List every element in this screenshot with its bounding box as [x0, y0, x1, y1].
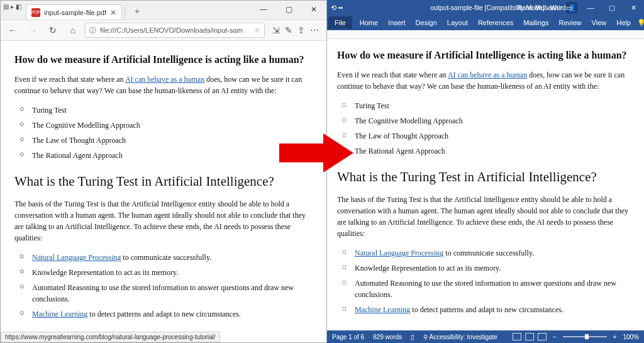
status-page[interactable]: Page 1 of 6: [332, 334, 364, 340]
doc-paragraph-2: The basis of the Turing Test is that the…: [337, 194, 634, 239]
more-icon[interactable]: ⋯: [310, 25, 319, 35]
list-item: The Rational Agent Approach: [355, 143, 634, 159]
ribbon-tab-design[interactable]: Design: [411, 16, 442, 29]
window-close-button[interactable]: ✕: [623, 0, 644, 15]
nav-back-button[interactable]: ←: [4, 22, 21, 38]
word-status-bar: Page 1 of 6 829 words ▯ ⚲ Accessibility:…: [327, 330, 644, 343]
favorite-star-icon[interactable]: ☆: [254, 26, 260, 35]
new-tab-button[interactable]: ＋: [128, 3, 147, 20]
ai-behave-link[interactable]: AI can behave as a human: [125, 75, 204, 84]
word-ribbon: File Home Insert Design Layout Reference…: [327, 15, 644, 30]
ribbon-tab-file[interactable]: File: [328, 16, 352, 29]
word-document[interactable]: How do we measure if Artificial Intellig…: [327, 39, 644, 343]
url-text: file:///C:/Users/LENOVO/Downloads/input-…: [100, 26, 243, 34]
quick-access-toolbar[interactable]: ⟲ ••: [331, 4, 343, 11]
reading-list-icon[interactable]: ⇲: [272, 25, 280, 35]
window-maximize-button[interactable]: ▢: [276, 1, 301, 18]
list-item: Natural Language Processing to communica…: [355, 245, 634, 261]
taskbar-icons: ▤ ▸ ◧: [3, 3, 21, 10]
zoom-in-button[interactable]: +: [613, 334, 617, 340]
ribbon-display-options-button[interactable]: ▭: [558, 0, 580, 15]
tell-me-search[interactable]: 💡 Tell me: [637, 15, 644, 30]
ribbon-tab-insert[interactable]: Insert: [383, 16, 411, 29]
list-item: Knowledge Representation to act as its m…: [32, 265, 313, 280]
list-item: Turing Test: [32, 103, 313, 118]
list-item: The Cognitive Modelling Approach: [355, 113, 634, 128]
lightbulb-icon: 💡: [637, 19, 644, 27]
nlp-link[interactable]: Natural Language Processing: [355, 249, 443, 257]
window-maximize-button[interactable]: ▢: [601, 0, 623, 15]
zoom-slider[interactable]: [563, 336, 607, 337]
window-minimize-button[interactable]: —: [251, 1, 276, 18]
window-close-button[interactable]: ✕: [301, 1, 326, 18]
word-viewport[interactable]: How do we measure if Artificial Intellig…: [327, 39, 644, 343]
list-item: The Law of Thought Approach: [32, 133, 313, 148]
url-bar[interactable]: ⓘ file:///C:/Users/LENOVO/Downloads/inpu…: [85, 23, 265, 38]
notes-icon[interactable]: ✎: [285, 25, 292, 35]
site-info-icon[interactable]: ⓘ: [89, 26, 96, 35]
window-minimize-button[interactable]: —: [580, 0, 601, 15]
list-item: The Rational Agent Approach: [32, 148, 313, 163]
accessibility-icon: ⚲: [423, 334, 428, 340]
list-item: Automated Reasoning to use the stored in…: [32, 280, 313, 306]
pdf-icon: PDF: [31, 8, 40, 17]
word-window: ⟲ •• output-sample-file [Compatibility M…: [327, 0, 644, 343]
browser-tabstrip: ▤ ▸ ◧ PDF input-sample-file.pdf ✕ ＋ — ▢ …: [1, 1, 326, 20]
ribbon-tab-mailings[interactable]: Mailings: [518, 16, 553, 29]
ribbon-tab-home[interactable]: Home: [355, 16, 383, 29]
ribbon-tab-review[interactable]: Review: [554, 16, 587, 29]
browser-toolbar: ← → ↻ ⌂ ⓘ file:///C:/Users/LENOVO/Downlo…: [1, 20, 326, 41]
ml-link[interactable]: Machine Learning: [32, 310, 87, 318]
status-words[interactable]: 829 words: [373, 334, 402, 340]
doc-list-1: Turing Test The Cognitive Modelling Appr…: [14, 103, 313, 163]
list-item: The Law of Thought Approach: [355, 128, 634, 143]
ribbon-tab-view[interactable]: View: [587, 16, 612, 29]
list-item: Natural Language Processing to communica…: [32, 250, 313, 265]
list-item: Machine Learning to detect patterns and …: [32, 306, 313, 322]
browser-tab[interactable]: PDF input-sample-file.pdf ✕: [26, 4, 122, 20]
list-item: Machine Learning to detect patterns and …: [355, 302, 634, 317]
doc-heading-2: What is the Turing Test in Artificial In…: [337, 167, 634, 188]
list-item: Automated Reasoning to use the stored in…: [355, 276, 634, 302]
status-lang-icon[interactable]: ▯: [411, 334, 414, 340]
doc-paragraph-1: Even if we reach that state where an AI …: [14, 74, 313, 96]
list-item: Turing Test: [355, 98, 634, 113]
doc-heading-2: What is the Turing Test in Artificial In…: [14, 172, 313, 192]
nlp-link[interactable]: Natural Language Processing: [32, 253, 121, 262]
ribbon-tab-references[interactable]: References: [473, 16, 518, 29]
nav-forward-button[interactable]: →: [25, 22, 41, 38]
ribbon-tab-layout[interactable]: Layout: [442, 16, 473, 29]
list-item: Knowledge Representation to act as its m…: [355, 261, 634, 276]
doc-paragraph-2: The basis of the Turing Test is that the…: [14, 198, 313, 244]
word-ruler[interactable]: [327, 30, 644, 39]
view-mode-buttons[interactable]: [513, 333, 547, 340]
ai-behave-link[interactable]: AI can behave as a human: [448, 70, 527, 79]
doc-heading-1: How do we measure if Artificial Intellig…: [337, 48, 634, 63]
doc-list-1: Turing Test The Cognitive Modelling Appr…: [337, 98, 634, 159]
zoom-out-button[interactable]: −: [553, 334, 557, 340]
nav-home-button[interactable]: ⌂: [65, 22, 81, 38]
list-item: The Cognitive Modelling Approach: [32, 118, 313, 133]
nav-refresh-button[interactable]: ↻: [45, 22, 61, 38]
doc-list-2: Natural Language Processing to communica…: [14, 250, 313, 322]
doc-heading-1: How do we measure if Artificial Intellig…: [14, 52, 313, 67]
ribbon-tab-help[interactable]: Help: [611, 16, 636, 29]
doc-list-2: Natural Language Processing to communica…: [337, 245, 634, 317]
link-hover-status: https://www.mygreatlearning.com/blog/nat…: [1, 332, 220, 342]
user-name: Rana Mubashir: [518, 4, 562, 11]
ml-link[interactable]: Machine Learning: [355, 305, 410, 314]
status-accessibility[interactable]: ⚲ Accessibility: Investigate: [423, 334, 497, 340]
tab-title: input-sample-file.pdf: [44, 9, 106, 16]
pdf-viewport[interactable]: How do we measure if Artificial Intellig…: [1, 41, 326, 342]
share-icon[interactable]: ⇪: [297, 25, 305, 35]
pdf-document: How do we measure if Artificial Intellig…: [1, 41, 326, 337]
browser-window: ▤ ▸ ◧ PDF input-sample-file.pdf ✕ ＋ — ▢ …: [0, 0, 327, 343]
zoom-level[interactable]: 100%: [623, 334, 639, 340]
word-titlebar: ⟲ •• output-sample-file [Compatibility M…: [327, 0, 644, 15]
tab-close-icon[interactable]: ✕: [110, 8, 116, 17]
doc-paragraph-1: Even if we reach that state where an AI …: [337, 69, 634, 92]
